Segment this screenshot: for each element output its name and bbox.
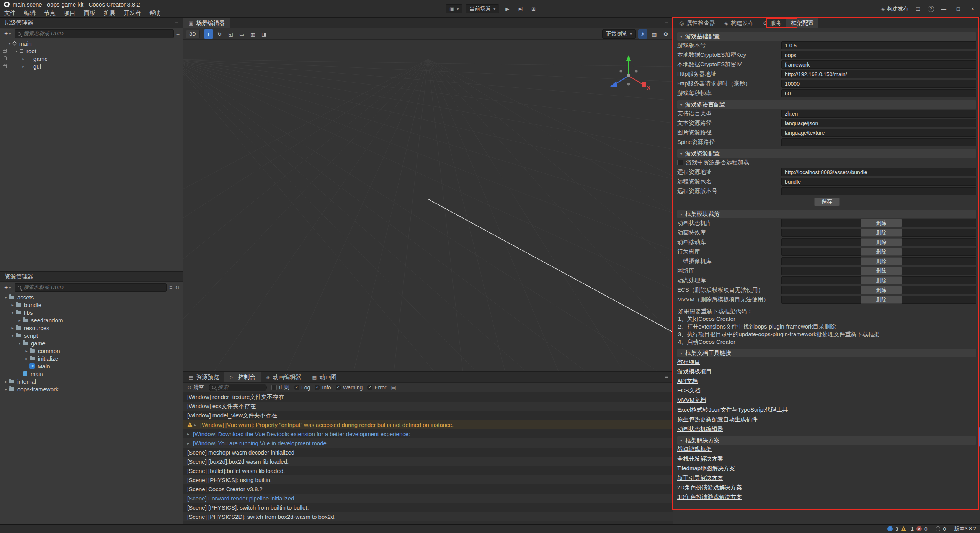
panel-menu-icon[interactable]: ≡ (175, 274, 178, 280)
spine-path-input[interactable] (781, 138, 976, 146)
chevron-right-icon[interactable]: ▸ (24, 356, 29, 361)
crypto-iv-input[interactable]: framework (781, 60, 976, 69)
hierarchy-search-input[interactable]: 搜索名称或 UUID (15, 29, 173, 38)
section-resource[interactable]: ▾游戏资源配置 (677, 149, 976, 158)
chevron-down-icon[interactable]: ▾ (10, 334, 15, 338)
log-row[interactable]: [Scene] [PHYSICS]: switch from builtin t… (183, 503, 673, 512)
build-publish-button[interactable]: ◈ 构建发布 (881, 5, 908, 12)
remote-bundle-input[interactable]: bundle (781, 178, 976, 186)
chevron-right-icon[interactable]: ▸ (3, 379, 8, 384)
log-row[interactable]: [Window] model_view文件夹不存在 (183, 411, 673, 420)
doc-link[interactable]: 教程项目 (677, 358, 700, 366)
close-button[interactable]: × (968, 4, 978, 14)
asset-row-bundle[interactable]: ▸bundle (0, 301, 183, 309)
asset-row-oops-framework[interactable]: ▸oops-framework (0, 385, 183, 393)
doc-link[interactable]: 动画状态机编辑器 (677, 425, 723, 433)
checkbox-icon[interactable] (677, 160, 683, 165)
log-row[interactable]: [Scene] [bullet]:bullet wasm lib loaded. (183, 466, 673, 475)
section-doc-links[interactable]: ▾框架文档工具链接 (677, 349, 976, 357)
scale-tool-icon[interactable]: ◱ (226, 29, 235, 39)
doc-link[interactable]: ECS文档 (677, 387, 701, 394)
assets-search-input[interactable]: 搜索名称或 UUID (15, 283, 167, 292)
tab-animation-editor[interactable]: ◈动画编辑器 (261, 372, 307, 382)
menu-item-panel[interactable]: 面板 (80, 10, 100, 17)
create-asset-button[interactable]: +▾ (3, 284, 12, 291)
preview-platform-select[interactable]: ▣▾ (446, 4, 462, 13)
section-modules[interactable]: ▾框架模块裁剪 (677, 210, 976, 218)
scene-settings-icon[interactable]: ⚙ (661, 29, 670, 39)
menu-item-edit[interactable]: 编辑 (20, 10, 40, 17)
asset-row-internal[interactable]: ▸internal (0, 378, 183, 385)
asset-row-libs[interactable]: ▾libs (0, 309, 183, 316)
panel-menu-icon[interactable]: ≡ (665, 18, 673, 28)
filter-warning[interactable]: Warning (336, 384, 363, 391)
expand-arrow-icon[interactable]: ▸ (187, 441, 193, 445)
maximize-button[interactable]: □ (953, 4, 963, 14)
asset-row-initialize[interactable]: ▸initialize (0, 355, 183, 362)
delete-module-button[interactable]: 删除 (861, 276, 902, 284)
bell-icon[interactable] (936, 526, 940, 531)
expand-arrow-icon[interactable]: ▸ (187, 432, 193, 436)
log-row[interactable]: [Scene] Cocos Creator v3.8.2 (183, 484, 673, 494)
mode-3d-button[interactable]: 3D (186, 30, 200, 38)
chevron-right-icon[interactable]: ▸ (24, 349, 29, 353)
http-timeout-input[interactable]: 10000 (781, 80, 976, 88)
collapse-logs-icon[interactable]: ▤ (391, 384, 396, 391)
asset-row-script[interactable]: ▾script (0, 332, 183, 339)
delete-module-button[interactable]: 删除 (861, 267, 902, 275)
section-game-basic[interactable]: ▾游戏基础配置 (677, 32, 976, 41)
log-row[interactable]: [Scene] [PHYSICS2D]: switch from box2d-w… (183, 512, 673, 521)
asset-row-assets[interactable]: ▾assets (0, 293, 183, 301)
delete-module-button[interactable]: 删除 (861, 229, 902, 237)
remote-load-checkbox-row[interactable]: 游戏中资源是否远程加载 (677, 158, 976, 167)
lang-texture-path-input[interactable]: language/texture (781, 129, 976, 137)
doc-link[interactable]: 游戏模板项目 (677, 368, 712, 375)
checkbox-icon[interactable] (271, 385, 277, 390)
tree-node-root[interactable]: ▾ root (0, 47, 183, 55)
menu-item-project[interactable]: 项目 (60, 10, 80, 17)
remote-url-input[interactable]: http://localhost:8083/assets/bundle (781, 168, 976, 176)
asset-row-main[interactable]: main (0, 370, 183, 378)
asset-row-game[interactable]: ▾game (0, 339, 183, 347)
step-button[interactable]: ▶| (515, 4, 525, 13)
move-tool-icon[interactable]: + (204, 29, 213, 39)
scene-viewport[interactable]: X (183, 40, 673, 371)
chevron-right-icon[interactable]: ▸ (21, 57, 26, 61)
log-row-info[interactable]: ▸[Window] You are running Vue in develop… (183, 438, 673, 448)
tab-animation-graph[interactable]: ▦动画图 (307, 372, 342, 382)
chevron-right-icon[interactable]: ▸ (21, 64, 26, 69)
create-node-button[interactable]: +▾ (3, 30, 12, 37)
filter-log[interactable]: Log (294, 384, 310, 391)
delete-module-button[interactable]: 删除 (861, 296, 902, 304)
log-row-info[interactable]: [Scene] Forward render pipeline initiali… (183, 494, 673, 503)
delete-module-button[interactable]: 删除 (861, 219, 902, 227)
tab-framework-config[interactable]: 框架配置 (786, 18, 818, 28)
log-row-info[interactable]: ▸[Window] Download the Vue Devtools exte… (183, 429, 673, 438)
log-row[interactable]: [Scene] [PHYSICS]: using builtin. (183, 475, 673, 484)
menu-item-file[interactable]: 文件 (0, 10, 20, 17)
doc-link[interactable]: API文档 (677, 378, 698, 385)
panel-menu-icon[interactable]: ≡ (665, 372, 673, 382)
asset-row-main-ts[interactable]: TSMain (0, 362, 183, 370)
languages-input[interactable]: zh,en (781, 110, 976, 118)
menu-item-node[interactable]: 节点 (40, 10, 60, 17)
save-button[interactable]: 保存 (814, 198, 840, 206)
solution-link[interactable]: Tiledmap地图解决方案 (677, 465, 735, 472)
http-server-input[interactable]: http://192.168.0.150/main/ (781, 70, 976, 78)
lang-json-path-input[interactable]: language/json (781, 119, 976, 127)
play-button[interactable]: ▶ (502, 4, 512, 13)
chevron-down-icon[interactable]: ▾ (3, 295, 8, 299)
gizmo-space-icon[interactable]: ▦ (248, 29, 258, 39)
fps-input[interactable]: 60 (781, 89, 976, 97)
asset-row-resources[interactable]: ▸resources (0, 324, 183, 332)
minimize-button[interactable]: — (939, 4, 949, 14)
orientation-gizmo[interactable]: X (606, 54, 652, 96)
solution-link[interactable]: 新手引导解决方案 (677, 474, 723, 482)
log-row[interactable]: [Scene] meshopt wasm decoder initialized (183, 448, 673, 457)
tree-node-main[interactable]: ▾ main (0, 39, 183, 47)
delete-module-button[interactable]: 删除 (861, 257, 902, 265)
pivot-toggle-icon[interactable]: ◨ (260, 29, 269, 39)
lock-icon[interactable] (3, 50, 7, 53)
chevron-right-icon[interactable]: ▸ (17, 318, 22, 322)
solution-link[interactable]: 战旗游戏框架 (677, 446, 712, 453)
